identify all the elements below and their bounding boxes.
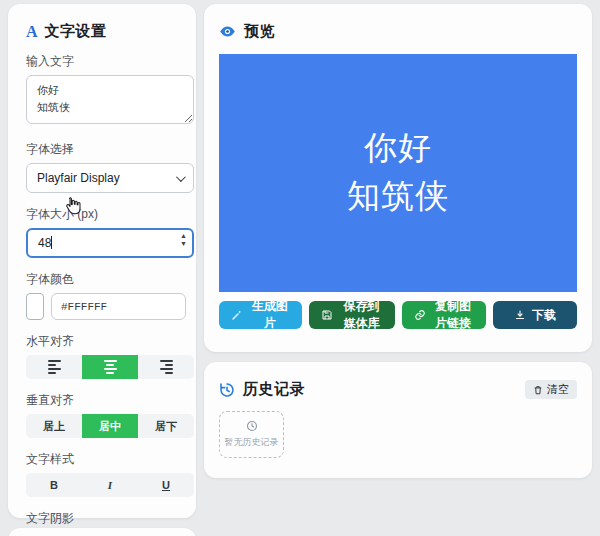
text-style-label: 文字样式 (26, 451, 186, 468)
color-hex-input[interactable] (51, 293, 186, 320)
text-style-group: B I U (26, 473, 194, 497)
valign-top-button[interactable]: 居上 (26, 414, 82, 438)
align-left-icon (48, 360, 61, 374)
font-select-value: Playfair Display (37, 171, 120, 185)
font-select[interactable]: Playfair Display (26, 163, 194, 193)
text-settings-panel: A 文字设置 输入文字 你好 知筑侠 字体选择 Playfair Display… (8, 4, 196, 518)
halign-left-button[interactable] (26, 355, 82, 379)
generate-image-button[interactable]: 生成图片 (219, 301, 302, 329)
chevron-down-icon (176, 172, 186, 182)
copy-image-link-label: 复制图片链接 (432, 298, 473, 332)
bold-button[interactable]: B (26, 473, 82, 497)
preview-text: 你好 知筑侠 (347, 125, 449, 221)
valign-label: 垂直对齐 (26, 392, 186, 409)
download-label: 下载 (532, 307, 556, 324)
settings-panel-header: A 文字设置 (26, 22, 186, 41)
font-select-label: 字体选择 (26, 141, 186, 158)
history-icon (219, 382, 235, 398)
download-button[interactable]: 下载 (493, 301, 577, 329)
font-size-label: 字体大小 (px) (26, 206, 186, 223)
align-right-icon (160, 360, 173, 374)
underline-button[interactable]: U (138, 473, 194, 497)
save-icon (321, 309, 333, 321)
font-color-label: 字体颜色 (26, 271, 186, 288)
halign-group (26, 355, 194, 379)
stepper-up-icon[interactable]: ▲ (180, 232, 187, 239)
history-panel: 历史记录 清空 暂无历史记录 (204, 362, 592, 478)
number-stepper[interactable]: ▲▼ (180, 232, 187, 247)
eye-icon (219, 23, 236, 40)
clock-icon (246, 420, 258, 432)
history-empty-text: 暂无历史记录 (225, 436, 279, 449)
input-text-label: 输入文字 (26, 53, 186, 70)
copy-image-link-button[interactable]: 复制图片链接 (402, 301, 485, 329)
text-input-area[interactable]: 你好 知筑侠 (26, 75, 194, 124)
settings-panel-title: 文字设置 (45, 22, 107, 41)
valign-middle-button[interactable]: 居中 (82, 414, 138, 438)
letter-a-icon: A (26, 24, 38, 40)
action-button-row: 生成图片 保存到媒体库 复制图片链接 下载 (219, 301, 577, 329)
generate-image-label: 生成图片 (249, 298, 290, 332)
stepper-down-icon[interactable]: ▼ (180, 240, 187, 247)
align-center-icon (104, 360, 117, 374)
clear-history-label: 清空 (547, 382, 569, 397)
preview-canvas: 你好 知筑侠 (219, 54, 577, 292)
font-size-field-wrap: ▲▼ (26, 228, 194, 258)
text-caret (51, 236, 52, 249)
color-swatch[interactable] (26, 293, 44, 320)
clear-history-button[interactable]: 清空 (525, 380, 577, 399)
preview-title: 预览 (244, 22, 275, 41)
link-icon (414, 309, 426, 321)
preview-panel: 预览 你好 知筑侠 生成图片 保存到媒体库 复制图片链接 (204, 4, 592, 352)
trash-icon (533, 385, 543, 395)
wand-icon (231, 309, 243, 321)
halign-center-button[interactable] (82, 355, 138, 379)
download-icon (514, 309, 526, 321)
halign-right-button[interactable] (138, 355, 194, 379)
save-to-media-button[interactable]: 保存到媒体库 (309, 301, 395, 329)
text-shadow-label: 文字阴影 (26, 510, 186, 527)
italic-button[interactable]: I (82, 473, 138, 497)
halign-label: 水平对齐 (26, 333, 186, 350)
save-to-media-label: 保存到媒体库 (339, 298, 383, 332)
next-card-edge (8, 528, 196, 536)
valign-bottom-button[interactable]: 居下 (138, 414, 194, 438)
valign-group: 居上 居中 居下 (26, 414, 194, 438)
history-empty-placeholder: 暂无历史记录 (219, 411, 284, 458)
history-title: 历史记录 (243, 380, 305, 399)
